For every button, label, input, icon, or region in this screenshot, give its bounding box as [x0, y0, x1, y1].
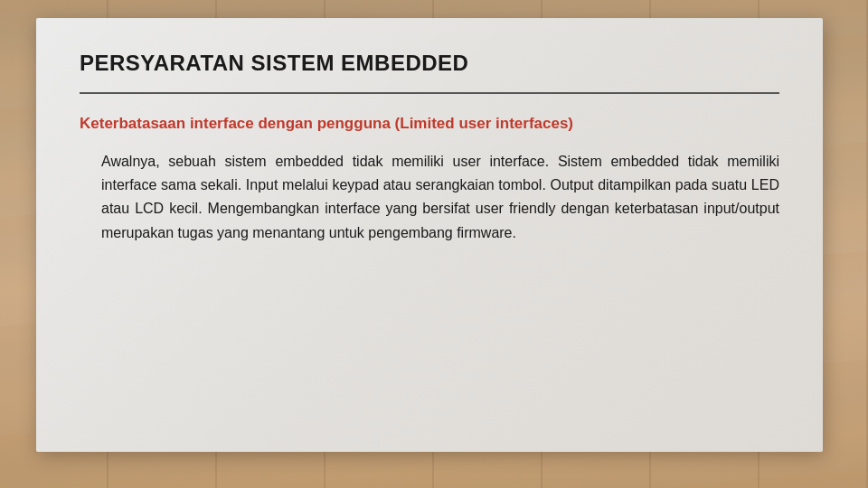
slide-title: PERSYARATAN SISTEM EMBEDDED — [80, 51, 779, 76]
slide-content: PERSYARATAN SISTEM EMBEDDED Keterbatasaa… — [36, 18, 823, 452]
slide-subtitle: Keterbatasaan interface dengan pengguna … — [80, 112, 779, 136]
slide-body-text: Awalnya, sebuah sistem embedded tidak me… — [101, 150, 779, 246]
divider — [80, 92, 779, 94]
